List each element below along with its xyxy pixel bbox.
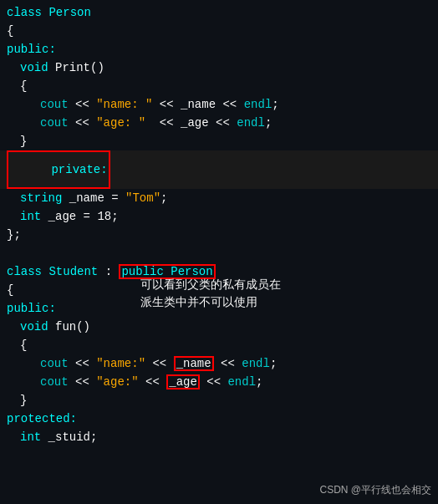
string-keyword: string bbox=[20, 189, 69, 207]
op-assign-1: = bbox=[104, 189, 125, 207]
op-7: << bbox=[69, 354, 97, 373]
class-end: }; bbox=[7, 226, 21, 244]
var-age-field: _age bbox=[48, 207, 77, 226]
var-name-field: _name bbox=[69, 189, 104, 207]
line-11: int _age = 18; bbox=[0, 207, 438, 226]
line-14: class Student : public Person bbox=[0, 262, 438, 281]
semi-4: ; bbox=[111, 207, 118, 226]
protected-keyword: protected: bbox=[7, 410, 77, 428]
val-18: 18 bbox=[97, 207, 111, 226]
semi-5: ; bbox=[270, 354, 277, 373]
line-23: int _stuid; bbox=[0, 428, 438, 446]
line-1: class Person bbox=[0, 3, 438, 22]
void-keyword-2: void bbox=[20, 318, 55, 336]
line-5: { bbox=[0, 77, 438, 95]
line-7: cout << "age: " << _age << endl; bbox=[0, 114, 438, 132]
class-person: Person bbox=[48, 3, 90, 22]
line-17: void fun() bbox=[0, 318, 438, 336]
endl-3: endl bbox=[242, 354, 270, 373]
str-age-2: "age:" bbox=[96, 373, 138, 391]
op-4: << bbox=[69, 114, 97, 132]
op-2: << bbox=[152, 95, 181, 114]
method-fun: fun() bbox=[55, 318, 90, 336]
public-person-highlight: public Person bbox=[119, 264, 215, 279]
line-6: cout << "name: " << _name << endl; bbox=[0, 95, 438, 114]
int-keyword-1: int bbox=[20, 207, 48, 226]
semi-1: ; bbox=[272, 95, 278, 114]
line-15: { bbox=[0, 281, 438, 299]
cout-1: cout bbox=[40, 95, 69, 114]
var-name-1: _name bbox=[181, 95, 216, 114]
str-name-2: "name:" bbox=[96, 354, 145, 373]
endl-2: endl bbox=[237, 114, 265, 132]
line-20: cout << "age:" << _age << endl; bbox=[0, 373, 438, 391]
line-21: } bbox=[0, 391, 438, 410]
op-12: << bbox=[200, 373, 228, 391]
class-student: Student bbox=[48, 262, 98, 281]
line-9: private: bbox=[0, 150, 438, 189]
brace-close-2: } bbox=[20, 391, 27, 410]
public-keyword: public: bbox=[7, 40, 56, 59]
method-print: Print() bbox=[55, 59, 104, 77]
cout-4: cout bbox=[40, 373, 69, 391]
cout-2: cout bbox=[40, 114, 69, 132]
op-colon: : bbox=[98, 262, 119, 281]
line-12: }; bbox=[0, 226, 438, 244]
op-11: << bbox=[139, 373, 167, 391]
line-19: cout << "name:" << _name << endl; bbox=[0, 354, 438, 373]
brace-close: } bbox=[20, 132, 27, 150]
public-keyword-2: public bbox=[121, 265, 171, 278]
brace-open: { bbox=[20, 77, 27, 95]
str-name: "name: " bbox=[96, 95, 152, 114]
line-13 bbox=[0, 244, 438, 262]
person-base: Person bbox=[171, 265, 212, 278]
op-6: << bbox=[209, 114, 237, 132]
op-3: << bbox=[216, 95, 244, 114]
code-display: class Person { public: void Print() { co… bbox=[0, 0, 438, 450]
semi-3: ; bbox=[160, 189, 167, 207]
op-9: << bbox=[214, 354, 242, 373]
semi-2: ; bbox=[265, 114, 272, 132]
str-tom: "Tom" bbox=[125, 189, 160, 207]
var-stuid: _stuid bbox=[48, 428, 90, 446]
public-keyword-3: public: bbox=[7, 299, 56, 318]
op-5: << bbox=[145, 114, 181, 132]
line-2: { bbox=[0, 22, 438, 40]
endl-4: endl bbox=[227, 373, 256, 391]
line-16: public: bbox=[0, 299, 438, 318]
str-age: "age: " bbox=[96, 114, 145, 132]
line-10: string _name = "Tom"; bbox=[0, 189, 438, 207]
int-keyword-2: int bbox=[20, 428, 48, 446]
line-22: protected: bbox=[0, 410, 438, 428]
semi-7: ; bbox=[90, 428, 97, 446]
line-8: } bbox=[0, 132, 438, 150]
brace-open-2: { bbox=[7, 281, 13, 299]
var-age-1: _age bbox=[181, 114, 209, 132]
var-name-2: _name bbox=[176, 357, 211, 370]
var-age-2: _age bbox=[169, 375, 197, 389]
line-18: { bbox=[0, 336, 438, 354]
void-keyword: void bbox=[20, 59, 55, 77]
keyword-class-2: class bbox=[7, 262, 48, 281]
line-4: void Print() bbox=[0, 59, 438, 77]
age-var-highlight: _age bbox=[166, 374, 200, 389]
op-8: << bbox=[145, 354, 174, 373]
semi-6: ; bbox=[256, 373, 262, 391]
brace-open: { bbox=[7, 22, 13, 40]
private-keyword: private: bbox=[51, 163, 107, 176]
line-3: public: bbox=[0, 40, 438, 59]
watermark: CSDN @平行线也会相交 bbox=[319, 483, 431, 497]
op-10: << bbox=[69, 373, 97, 391]
endl-1: endl bbox=[244, 95, 272, 114]
name-var-highlight: _name bbox=[174, 356, 214, 371]
op-assign-2: = bbox=[76, 207, 97, 226]
private-highlight: private: bbox=[7, 150, 110, 189]
keyword-class: class bbox=[7, 3, 48, 22]
cout-3: cout bbox=[40, 354, 69, 373]
brace-open-3: { bbox=[20, 336, 27, 354]
op-1: << bbox=[69, 95, 97, 114]
